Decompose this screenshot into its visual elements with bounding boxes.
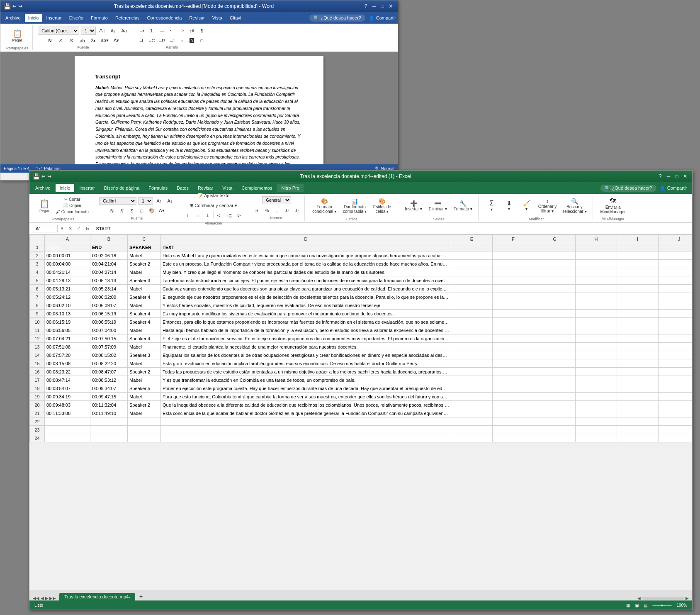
excel-format-painter-btn[interactable]: 🖌 Copiar formato [54, 209, 90, 215]
excel-cut-btn[interactable]: ✂ Cortar [54, 197, 90, 202]
cell-empty[interactable] [617, 401, 659, 409]
excel-mindmanager-btn[interactable]: 🗺 Enviar a MindManager [598, 195, 628, 216]
cell-empty[interactable] [659, 310, 693, 318]
cell-8-B[interactable]: 00:06:09:07 [90, 301, 128, 310]
excel-merge-btn[interactable]: ⊞ Combinar y centrar ▾ [188, 201, 239, 210]
cell-empty[interactable] [534, 393, 576, 401]
excel-wrap-text-btn[interactable]: 📝 Ajustar texto [196, 191, 231, 200]
cell-23-B[interactable] [90, 426, 128, 434]
table-row[interactable]: 1200:07:04:2100:07:50:15Speaker 4El 4.º … [30, 334, 693, 343]
cell-8-C[interactable]: Mabel [128, 301, 161, 310]
excel-bold-btn[interactable]: N [107, 206, 117, 215]
cell-empty[interactable] [493, 268, 534, 276]
cell-8-A[interactable]: 00:06:02:10 [45, 301, 90, 310]
cell-empty[interactable] [659, 426, 693, 434]
cell-empty[interactable] [617, 326, 659, 334]
cell-6-D[interactable]: Cada vez vamos entendiendo que los docen… [161, 285, 451, 293]
excel-tab-nitro[interactable]: Nitro Pro [277, 184, 303, 192]
cell-7-D[interactable]: El segundo eje que nosotros proponemos e… [161, 293, 451, 301]
cell-empty[interactable] [493, 260, 534, 268]
excel-conditional-format-btn[interactable]: 🎨 Formato condicional ▾ [310, 195, 339, 216]
cell-empty[interactable] [534, 243, 576, 251]
cell-empty[interactable] [617, 251, 659, 260]
h-scroll-area[interactable]: ◀ ▶ [637, 596, 689, 600]
excel-maximize-btn[interactable]: □ [673, 173, 681, 180]
word-tab-diseno[interactable]: Diseño [66, 14, 87, 22]
cell-empty[interactable] [493, 251, 534, 260]
excel-close-btn[interactable]: ✕ [681, 173, 689, 180]
cell-16-A[interactable]: 00:08:23:22 [45, 368, 90, 376]
cell-1-D[interactable]: TEXT [161, 243, 451, 251]
cell-13-D[interactable]: Finalmente, el estudio plantea la necesi… [161, 343, 451, 351]
subscript-btn[interactable]: X₂ [88, 36, 97, 45]
cell-10-C[interactable]: Speaker 4 [128, 318, 161, 326]
cell-empty[interactable] [617, 359, 659, 368]
cell-empty[interactable] [493, 318, 534, 326]
cell-empty[interactable] [617, 334, 659, 343]
cell-7-C[interactable]: Speaker 4 [128, 293, 161, 301]
cell-empty[interactable] [493, 243, 534, 251]
excel-percent-btn[interactable]: % [262, 206, 271, 215]
cell-empty[interactable] [534, 326, 576, 334]
table-row[interactable]: 24 [30, 434, 693, 442]
cell-12-D[interactable]: El 4.º eje es el de formación en servici… [161, 334, 451, 343]
word-minimize-btn[interactable]: ─ [370, 2, 378, 10]
cell-empty[interactable] [493, 401, 534, 409]
cell-empty[interactable] [451, 376, 493, 384]
cell-empty[interactable] [493, 351, 534, 359]
cell-6-B[interactable]: 00:05:23:14 [90, 285, 128, 293]
border-btn[interactable]: □ [197, 36, 207, 45]
cell-empty[interactable] [493, 409, 534, 417]
cell-12-C[interactable]: Speaker 4 [128, 334, 161, 343]
cell-23-D[interactable] [161, 426, 451, 434]
cell-13-C[interactable]: Mabel [128, 343, 161, 351]
cell-18-A[interactable]: 00:08:54:07 [45, 384, 90, 393]
excel-tab-datos[interactable]: Datos [173, 184, 193, 192]
word-tab-inicio[interactable]: Inicio [25, 14, 42, 22]
cell-4-A[interactable]: 00:04:21:14 [45, 268, 90, 276]
cell-empty[interactable] [617, 243, 659, 251]
col-header-b[interactable]: B [90, 235, 128, 243]
grow-font-btn[interactable]: A↑ [97, 26, 107, 35]
col-header-h[interactable]: H [576, 235, 617, 243]
excel-paste-btn[interactable]: 📋 Pegar [36, 195, 53, 216]
sort-btn[interactable]: ↕A [187, 26, 197, 35]
table-row[interactable]: 200:00:00:0100:02:06:18MabelHola soy Mab… [30, 251, 693, 260]
word-tab-formato[interactable]: Formato [88, 14, 111, 22]
cell-empty[interactable] [659, 359, 693, 368]
cell-empty[interactable] [659, 334, 693, 343]
table-row[interactable]: 1300:07:51:0800:07:57:09MabelFinalmente,… [30, 343, 693, 351]
cell-empty[interactable] [493, 426, 534, 434]
cell-6-A[interactable]: 00:05:13:21 [45, 285, 90, 293]
table-row[interactable]: 600:05:13:2100:05:23:14MabelCada vez vam… [30, 285, 693, 293]
cell-3-A[interactable]: 00:00:04:00 [45, 260, 90, 268]
excel-font-select[interactable]: Calibri [99, 197, 136, 205]
cell-12-A[interactable]: 00:07:04:21 [45, 334, 90, 343]
cell-empty[interactable] [451, 260, 493, 268]
cell-empty[interactable] [659, 260, 693, 268]
cell-empty[interactable] [576, 251, 617, 260]
excel-share-btn[interactable]: 👤 Compartir [660, 185, 687, 191]
align-center-btn[interactable]: ≡C [147, 36, 156, 45]
cell-empty[interactable] [617, 318, 659, 326]
cell-empty[interactable] [534, 376, 576, 384]
cell-empty[interactable] [576, 351, 617, 359]
excel-clear-btn[interactable]: 🧹 ▾ [518, 195, 535, 216]
cell-empty[interactable] [534, 276, 576, 285]
cell-empty[interactable] [534, 384, 576, 393]
cell-11-C[interactable]: Mabel [128, 326, 161, 334]
cell-empty[interactable] [576, 368, 617, 376]
cell-8-D[interactable]: Y estos héroes sociales, maestros de cal… [161, 301, 451, 310]
sheet-tab-1[interactable]: Tras la excelencia docente.mp4- [59, 593, 135, 600]
cell-empty[interactable] [493, 417, 534, 426]
cell-23-A[interactable] [45, 426, 90, 434]
excel-view-normal-btn[interactable]: ▦ [626, 603, 630, 608]
multilevel-btn[interactable]: ≡≡ [158, 26, 167, 35]
cell-empty[interactable] [617, 434, 659, 442]
excel-number-format-select[interactable]: General [262, 196, 291, 204]
cell-empty[interactable] [451, 401, 493, 409]
excel-align-right-btn[interactable]: ⊳ [234, 211, 243, 220]
table-row[interactable]: 400:04:21:1400:04:27:14MabelMuy bien. Y … [30, 268, 693, 276]
cell-21-B[interactable]: 00:11:49:10 [90, 409, 128, 417]
excel-format-table-btn[interactable]: 📊 Dar formato como tabla ▾ [340, 195, 369, 216]
